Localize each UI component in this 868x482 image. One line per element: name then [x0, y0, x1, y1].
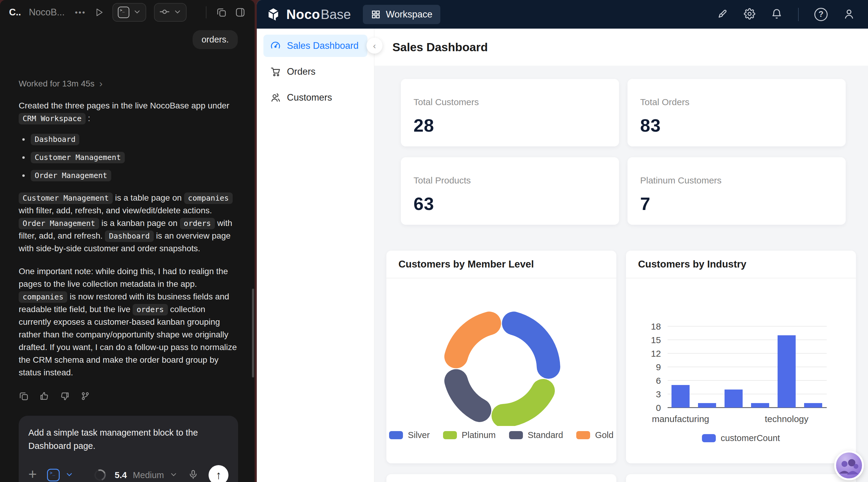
- user-profile-icon[interactable]: [843, 8, 855, 21]
- branch-mode-selector[interactable]: [154, 3, 187, 22]
- chevron-down-icon: [133, 8, 141, 17]
- bar[interactable]: [751, 403, 769, 408]
- sidebar-item-orders[interactable]: Orders: [264, 61, 367, 83]
- scrollbar-thumb[interactable]: [252, 289, 254, 378]
- list-item: Order Management: [19, 170, 238, 181]
- donut-chart: SilverPlatinumStandardGold: [386, 278, 616, 440]
- terminal-mode-selector[interactable]: >_: [113, 3, 146, 22]
- git-branch-icon[interactable]: [80, 391, 90, 401]
- y-tick-label: 0: [656, 403, 661, 413]
- model-version[interactable]: 5.4: [115, 470, 127, 480]
- y-tick-label: 6: [656, 376, 661, 386]
- ui-editor-icon[interactable]: [717, 8, 728, 21]
- bar-chart: 0369121518manufacturingtechnology custom…: [626, 278, 856, 443]
- notifications-bell-icon[interactable]: [771, 8, 782, 21]
- play-icon[interactable]: [94, 7, 104, 18]
- assistant-avatar[interactable]: [834, 451, 864, 480]
- y-tick-label: 12: [651, 349, 661, 358]
- legend-swatch: [509, 431, 523, 439]
- donut-slice-Standard: [456, 381, 479, 410]
- y-tick-label: 18: [651, 321, 661, 331]
- worked-for-row[interactable]: Worked for 13m 45s ›: [19, 49, 238, 89]
- partial-card: [386, 474, 616, 482]
- legend-swatch: [443, 431, 457, 439]
- legend-label: Silver: [408, 430, 430, 440]
- stat-label: Platinum Customers: [640, 175, 833, 186]
- composer[interactable]: Add a simple task management block to th…: [19, 416, 238, 482]
- stats-grid: Total Customers 28 Total Orders 83 Total…: [401, 79, 846, 225]
- sidebar-item-sales-dashboard[interactable]: Sales Dashboard: [264, 35, 367, 57]
- bar[interactable]: [724, 389, 743, 408]
- donut-slice-Silver: [514, 323, 549, 367]
- thumbs-up-icon[interactable]: [39, 391, 50, 401]
- page-header: Sales Dashboard: [374, 29, 868, 66]
- workspace-button[interactable]: Workspace: [363, 5, 440, 24]
- bar[interactable]: [804, 403, 822, 408]
- message-actions: [19, 391, 238, 401]
- y-tick-label: 15: [651, 335, 661, 345]
- help-icon[interactable]: ?: [814, 8, 828, 21]
- partial-card: [626, 474, 856, 482]
- nocobase-cube-icon: [265, 6, 281, 23]
- user-message-bubble: orders.: [193, 30, 238, 49]
- legend-label: customerCount: [721, 433, 780, 443]
- chevron-down-icon: [174, 8, 181, 17]
- x-axis-label: manufacturing: [652, 414, 709, 424]
- stat-label: Total Orders: [640, 97, 833, 107]
- legend-item-Standard[interactable]: Standard: [509, 430, 563, 440]
- stat-value: 28: [413, 115, 607, 136]
- stat-card-platinum-customers: Platinum Customers 7: [627, 157, 846, 225]
- legend-item-Silver[interactable]: Silver: [389, 430, 430, 440]
- bullet-icon: [22, 174, 25, 177]
- navbar-divider: [798, 8, 799, 21]
- legend-label: Platinum: [462, 430, 496, 440]
- bar[interactable]: [698, 403, 716, 408]
- assistant-paragraph: Customer Management is a table page on c…: [19, 192, 238, 255]
- chevron-right-icon: ›: [99, 78, 103, 89]
- bullet-icon: [22, 156, 25, 159]
- sidebar-collapse-button[interactable]: ‹: [367, 38, 382, 54]
- legend-item-Platinum[interactable]: Platinum: [443, 430, 496, 440]
- x-axis-label: technology: [765, 414, 808, 424]
- legend-item-Gold[interactable]: Gold: [576, 430, 613, 440]
- composer-input[interactable]: Add a simple task management block to th…: [28, 426, 212, 452]
- chart-title: Customers by Industry: [638, 258, 746, 269]
- claude-code-icon[interactable]: >_: [47, 469, 60, 481]
- terminal-icon: >_: [118, 7, 129, 18]
- sidebar-item-label: Customers: [287, 92, 332, 103]
- chart-card-member-level: Customers by Member Level SilverPlatinum…: [386, 251, 616, 463]
- sidebar-item-label: Sales Dashboard: [287, 40, 359, 51]
- header-divider: [206, 6, 207, 19]
- legend-swatch: [576, 431, 590, 439]
- workspace-label: Workspace: [386, 9, 433, 20]
- thumbs-down-icon[interactable]: [60, 391, 70, 401]
- stat-card-total-products: Total Products 63: [401, 157, 619, 225]
- git-commit-icon: [159, 7, 170, 18]
- model-tier[interactable]: Medium: [133, 470, 164, 480]
- bar[interactable]: [672, 385, 689, 408]
- page-list: Dashboard Customer Management Order Mana…: [19, 134, 238, 181]
- more-options-icon[interactable]: •••: [75, 8, 86, 17]
- microphone-icon[interactable]: [188, 469, 198, 481]
- sidebar-toggle-icon[interactable]: [235, 7, 246, 18]
- chevron-down-icon[interactable]: [170, 471, 177, 479]
- session-title[interactable]: NocoB...: [29, 7, 65, 18]
- assistant-paragraph: Created the three pages in the live Noco…: [19, 99, 238, 125]
- send-button[interactable]: ↑: [209, 465, 228, 482]
- sidebar-item-customers[interactable]: Customers: [264, 87, 367, 109]
- bar[interactable]: [778, 335, 796, 408]
- donut-legend: SilverPlatinumStandardGold: [386, 430, 616, 440]
- chevron-down-icon[interactable]: [66, 471, 73, 479]
- attach-plus-icon[interactable]: +: [28, 467, 37, 481]
- legend-label: Gold: [595, 430, 613, 440]
- settings-gear-icon[interactable]: [744, 8, 755, 21]
- legend-item[interactable]: customerCount: [702, 433, 780, 443]
- nocobase-logo[interactable]: NocoBase: [265, 6, 351, 23]
- bullet-icon: [22, 138, 25, 141]
- cart-icon: [270, 66, 281, 77]
- copy-icon[interactable]: [19, 391, 29, 401]
- stat-value: 63: [413, 193, 607, 214]
- list-item: Customer Management: [19, 152, 238, 163]
- grid-icon: [371, 9, 381, 20]
- copy-icon[interactable]: [216, 7, 227, 18]
